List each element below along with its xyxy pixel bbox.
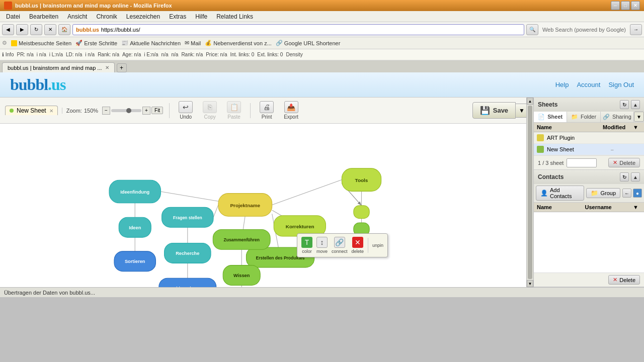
bookmark-label-4: Nebenverdienst von z... <box>213 40 272 46</box>
svg-text:Schlüsselwörter: Schlüsselwörter <box>171 286 204 287</box>
tab-folder[interactable]: 📁 Folder <box>567 112 600 122</box>
address-bar[interactable]: bubbl.us https://bubbl.us/ <box>72 24 524 35</box>
svg-text:Ideenfindung: Ideenfindung <box>120 190 149 195</box>
vertical-scrollbar[interactable]: ▲ ▼ <box>526 98 533 287</box>
bookmark-1[interactable]: 🚀 Erste Schritte <box>75 40 117 46</box>
sheet-row-0-label: ART Plugin <box>547 135 611 141</box>
bookmark-label-0: Meistbesuchte Seiten <box>19 40 71 46</box>
node-move-tool[interactable]: ↕ move <box>316 237 328 254</box>
mindmap-svg: Projektname Tools Korrekturen Erstellen … <box>0 98 533 287</box>
pagination-area: 1 / 3 sheet ✕ Delete <box>534 155 644 169</box>
scroll-thumb[interactable] <box>528 106 532 279</box>
node-unpin-tool[interactable]: unpin <box>372 243 383 248</box>
address-highlight: bubbl.us <box>76 27 99 33</box>
menu-related[interactable]: Related Links <box>212 12 257 21</box>
menu-lesezeichen[interactable]: Lesezeichen <box>122 12 164 21</box>
bookmark-label-3: Mail <box>191 40 201 46</box>
mindmap-canvas[interactable]: Projektname Tools Korrekturen Erstellen … <box>0 98 533 287</box>
help-link[interactable]: Help <box>555 81 569 88</box>
add-contacts-label: Add Contacts <box>550 187 580 199</box>
group-btn[interactable]: 📁 Group <box>586 188 620 198</box>
delete-icon: ✕ <box>352 237 363 248</box>
contacts-view-btn-1[interactable]: ← <box>622 189 631 198</box>
node-toolbar: T color ↕ move 🔗 connect ✕ delete unpi <box>297 233 388 257</box>
sheets-refresh-btn[interactable]: ↻ <box>620 100 629 109</box>
back-btn[interactable]: ◀ <box>2 24 14 35</box>
nav-bar: ◀ ▶ ↻ ✕ 🏠 bubbl.us https://bubbl.us/ 🔍 W… <box>0 22 644 37</box>
contacts-header: Contacts ↻ ▲ <box>534 170 644 184</box>
svg-text:Ideen: Ideen <box>129 225 141 230</box>
bookmark-2[interactable]: 📰 Aktuelle Nachrichten <box>121 40 181 46</box>
contacts-view-btn-2[interactable]: ● <box>633 189 642 198</box>
node-delete-tool[interactable]: ✕ delete <box>352 237 364 254</box>
contacts-delete-btn[interactable]: ✕ Delete <box>608 275 640 285</box>
status-bar: Übertragen der Daten von bubbl.us... <box>0 287 644 297</box>
account-link[interactable]: Account <box>577 81 600 88</box>
sheets-options-btn[interactable]: ▼ <box>634 112 644 122</box>
tab-sharing[interactable]: 🔗 Sharing <box>601 112 634 122</box>
title-bar: bubbl.us | brainstorm and mind map onlin… <box>0 0 644 11</box>
app-logo: bubbl.us <box>10 75 65 94</box>
col-sort-icon: ▼ <box>633 124 641 130</box>
contacts-collapse-btn[interactable]: ▲ <box>631 172 640 182</box>
contacts-refresh-btn[interactable]: ↻ <box>620 172 629 182</box>
tab-sheet[interactable]: 📄 Sheet <box>534 112 567 122</box>
forward-btn[interactable]: ▶ <box>16 24 28 35</box>
sheets-delete-btn[interactable]: ✕ Delete <box>608 158 640 167</box>
sheets-collapse-btn[interactable]: ▲ <box>631 100 640 109</box>
minimize-btn[interactable]: ─ <box>611 1 620 10</box>
sheet-row-0[interactable]: ART Plugin <box>534 132 644 144</box>
menu-bearbeiten[interactable]: Bearbeiten <box>25 12 62 21</box>
bookmark-0[interactable]: Meistbesuchte Seiten <box>11 40 71 46</box>
scroll-down-btn[interactable]: ▼ <box>527 280 533 287</box>
move-icon: ↕ <box>316 237 328 248</box>
node-color-tool[interactable]: T color <box>301 237 312 254</box>
menu-extras[interactable]: Extras <box>165 12 190 21</box>
bookmarks-bar: ⚙ Meistbesuchte Seiten 🚀 Erste Schritte … <box>0 37 644 49</box>
tab-label: bubbl.us | brainstorm and mind map ... <box>8 65 102 71</box>
contacts-col-username: Username <box>585 204 633 210</box>
main-content: New Sheet ✕ Zoom: 150% − + Fit ↩ Undo <box>0 98 644 287</box>
contacts-view-controls: ← ● <box>622 189 642 198</box>
sidebar: Sheets ↻ ▲ 📄 Sheet 📁 Folder 🔗 Sharing <box>533 98 644 287</box>
reload-btn[interactable]: ↻ <box>30 24 42 35</box>
search-go-btn[interactable]: → <box>630 24 642 35</box>
menu-bar: Datei Bearbeiten Ansicht Chronik Lesezei… <box>0 11 644 22</box>
sharing-tab-icon: 🔗 <box>603 114 610 120</box>
add-contacts-btn[interactable]: 👤 Add Contacts <box>536 186 584 201</box>
new-tab-btn[interactable]: + <box>117 63 127 72</box>
bookmark-label-5: Google URL Shortener <box>284 40 341 46</box>
browser-tab[interactable]: bubbl.us | brainstorm and mind map ... ✕ <box>2 62 115 72</box>
home-btn[interactable]: 🏠 <box>58 24 70 35</box>
menu-hilfe[interactable]: Hilfe <box>191 12 211 21</box>
address-url: https://bubbl.us/ <box>101 27 140 33</box>
sheet-row-1-modified: – <box>611 147 641 152</box>
menu-ansicht[interactable]: Ansicht <box>63 12 91 21</box>
bookmark-5[interactable]: 🔗 Google URL Shortener <box>276 40 341 46</box>
stop-btn[interactable]: ✕ <box>44 24 56 35</box>
window-controls: ─ □ ✕ <box>611 1 640 10</box>
close-btn[interactable]: ✕ <box>631 1 640 10</box>
scroll-up-btn[interactable]: ▲ <box>527 98 533 105</box>
search-btn[interactable]: 🔍 <box>526 24 538 35</box>
bookmark-3[interactable]: ✉ Mail <box>185 40 201 46</box>
seo-8: i E:n/a <box>144 52 158 57</box>
svg-line-0 <box>272 180 342 205</box>
sheet-tab-icon: 📄 <box>538 114 545 120</box>
maximize-btn[interactable]: □ <box>621 1 630 10</box>
page-input[interactable] <box>567 158 597 167</box>
menu-chronik[interactable]: Chronik <box>92 12 121 21</box>
svg-text:Zusammenführen: Zusammenführen <box>223 237 259 242</box>
bookmark-label-1: Erste Schritte <box>84 40 117 46</box>
sheet-row-1[interactable]: New Sheet – <box>534 144 644 155</box>
tab-close-btn[interactable]: ✕ <box>105 65 109 70</box>
col-name: Name <box>537 124 603 130</box>
svg-text:Korrekturen: Korrekturen <box>286 224 314 229</box>
svg-text:Recherche: Recherche <box>176 251 199 256</box>
menu-datei[interactable]: Datei <box>2 12 24 21</box>
bookmark-4[interactable]: 💰 Nebenverdienst von z... <box>205 40 272 46</box>
folder-tab-icon: 📁 <box>571 114 578 120</box>
signout-link[interactable]: Sign Out <box>608 81 634 88</box>
bookmark-label-2: Aktuelle Nachrichten <box>130 40 181 46</box>
node-connect-tool[interactable]: 🔗 connect <box>332 237 348 254</box>
